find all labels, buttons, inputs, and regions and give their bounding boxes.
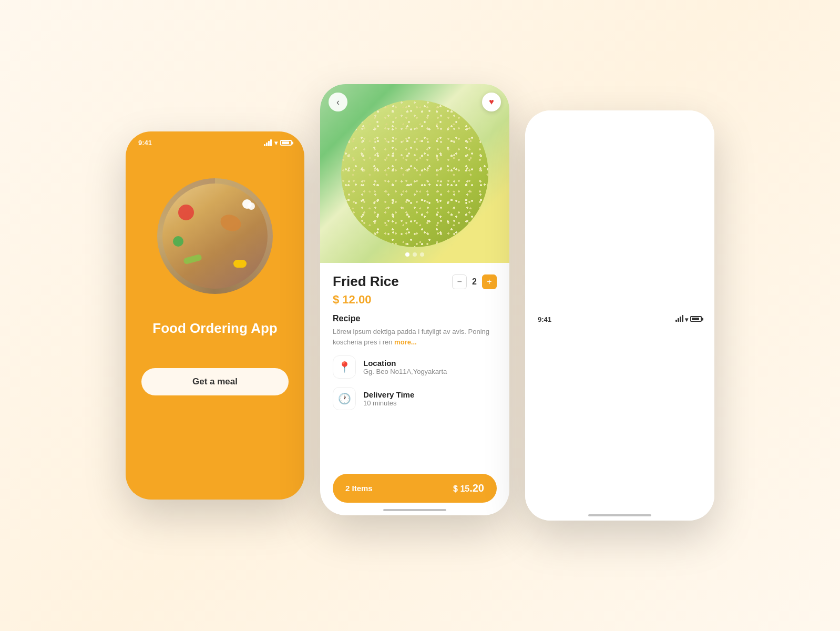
rice-visual — [341, 100, 488, 247]
status-bar-1: 9:41 ▾ — [126, 131, 304, 147]
status-icons-1: ▾ — [264, 139, 292, 147]
battery-icon-3 — [690, 316, 702, 322]
recipe-description: Lörем ipsum dektiga padda i futyligt av … — [333, 327, 497, 347]
dot-1 — [405, 252, 409, 257]
image-dots — [405, 252, 424, 257]
time-1: 9:41 — [138, 139, 152, 147]
hero-area: Food Ordering App Get a meal — [126, 147, 304, 395]
wifi-icon-1: ▾ — [274, 139, 278, 147]
location-value: Gg. Beo No11A,Yogyakarta — [363, 368, 447, 375]
cart-bar-2[interactable]: 2 Items $ 15.20 — [333, 474, 497, 503]
dot-3 — [420, 252, 424, 257]
delivery-row: 🕐 Delivery Time 10 minutes — [333, 387, 497, 410]
qty-plus-button[interactable]: + — [482, 274, 497, 289]
qty-minus-button[interactable]: − — [452, 274, 467, 289]
more-link[interactable]: more... — [394, 338, 417, 346]
status-bar-3: 9:41 ▾ — [525, 110, 714, 521]
detail-content: Fried Rice − 2 + $ 12.00 Recipe Lörем ip… — [320, 263, 509, 421]
get-meal-button[interactable]: Get a meal — [141, 368, 289, 395]
time-3: 9:41 — [538, 316, 551, 323]
dish-image — [341, 100, 488, 247]
app-title: Food Ordering App — [152, 320, 277, 337]
delivery-value: 10 minutes — [363, 399, 414, 407]
location-row: 📍 Location Gg. Beo No11A,Yogyakarta — [333, 355, 497, 379]
quantity-control: − 2 + — [452, 274, 497, 289]
phone-detail: ‹ ♥ Fried Rice − 2 + $ 12.00 Recipe Lörе… — [320, 84, 509, 515]
phone-splash: 9:41 ▾ Food Ordering App Get a meal — [126, 131, 304, 500]
detail-header: Fried Rice − 2 + — [333, 273, 497, 290]
battery-icon-1 — [280, 140, 292, 146]
favorite-button[interactable]: ♥ — [482, 93, 501, 111]
dish-name: Fried Rice — [333, 273, 399, 290]
dish-price: $ 12.00 — [333, 293, 497, 307]
quantity-display: 2 — [472, 277, 477, 287]
status-icons-3: ▾ — [675, 315, 702, 323]
dot-2 — [413, 252, 417, 257]
wifi-icon-3: ▾ — [685, 316, 688, 323]
location-icon-box: 📍 — [333, 355, 356, 379]
phone-menu: 9:41 ▾ 🔍 Work Place ▾ Choose your delico… — [525, 110, 714, 521]
food-hero-image: ‹ ♥ — [320, 84, 509, 263]
signal-icon-1 — [264, 139, 272, 146]
recipe-title: Recipe — [333, 314, 497, 323]
food-bowl — [157, 178, 273, 294]
home-indicator-2 — [383, 509, 446, 511]
signal-icon-3 — [675, 315, 683, 322]
food-bowl-inner — [162, 184, 268, 289]
delivery-info: Delivery Time 10 minutes — [363, 390, 414, 407]
cart-price-2: $ 15.20 — [453, 482, 484, 494]
location-info: Location Gg. Beo No11A,Yogyakarta — [363, 359, 447, 375]
delivery-label: Delivery Time — [363, 390, 414, 399]
location-label: Location — [363, 359, 447, 368]
cart-items-label-2: 2 Items — [345, 484, 373, 493]
delivery-icon-box: 🕐 — [333, 387, 356, 410]
home-indicator-3 — [588, 514, 651, 516]
back-button[interactable]: ‹ — [329, 93, 347, 111]
